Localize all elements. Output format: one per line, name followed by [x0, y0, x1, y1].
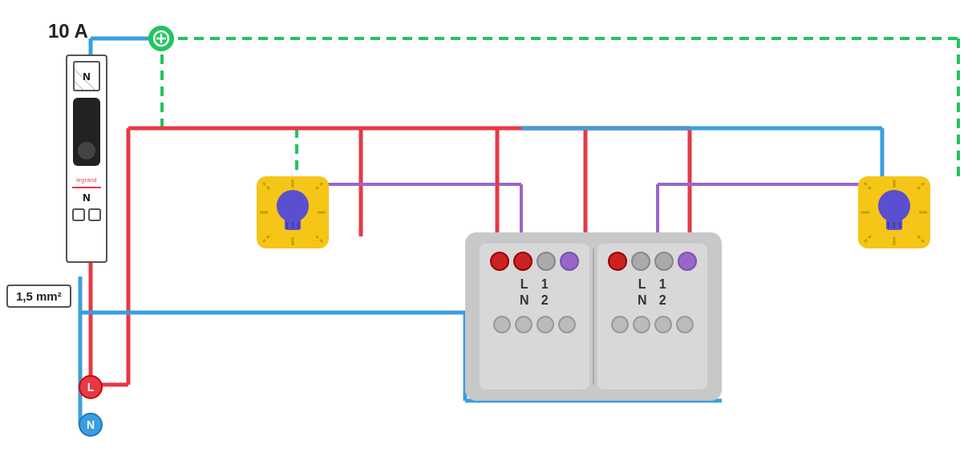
sw2-label-L: L	[638, 277, 647, 292]
ground-symbol	[148, 26, 174, 51]
sw2-label-N: N	[638, 293, 647, 308]
switch-divider	[593, 248, 594, 385]
sw1-terminal-red-2	[513, 252, 533, 271]
svg-point-43	[277, 190, 309, 222]
sw1-label-1: 1	[541, 277, 550, 292]
circuit-breaker-body: N legrand N	[66, 54, 107, 263]
sw1-label-L: L	[520, 277, 529, 292]
svg-line-37	[263, 234, 271, 242]
sw1-bottom-t2	[515, 316, 533, 333]
breaker-n-top: N	[83, 71, 90, 83]
sw1-bottom-t4	[558, 316, 576, 333]
sw2-terminal-red-1	[608, 252, 627, 271]
sw2-label-2: 2	[658, 293, 668, 308]
diagram-container: 10 A N legrand N 1,5 mm²	[0, 0, 980, 456]
sw2-bottom-t3	[654, 316, 672, 333]
svg-line-38	[314, 234, 322, 242]
light-fixture-1	[257, 176, 329, 248]
sw2-label-1: 1	[658, 277, 668, 292]
sw1-bottom-t3	[537, 316, 554, 333]
switch-unit-2: L 1 N 2	[597, 244, 707, 389]
wire-size-label: 1,5 mm²	[6, 284, 71, 308]
sw2-bottom-t2	[633, 316, 650, 333]
light-fixture-2	[858, 176, 930, 248]
sw1-terminal-purple-1	[560, 252, 579, 271]
svg-line-49	[916, 183, 924, 191]
svg-line-50	[865, 234, 873, 242]
legrand-brand: legrand	[76, 177, 96, 183]
terminal-L: L	[79, 375, 103, 399]
sw2-terminal-gray-1	[631, 252, 650, 271]
sw1-terminal-red-1	[490, 252, 509, 271]
switch-box: L 1 N 2	[465, 232, 722, 401]
terminal-N: N	[79, 413, 103, 437]
sw1-label-N: N	[520, 293, 529, 308]
sw2-bottom-t4	[676, 316, 694, 333]
breaker-n-bottom: N	[67, 192, 106, 204]
sw2-terminal-gray-2	[654, 252, 674, 271]
svg-line-48	[865, 183, 873, 191]
svg-point-56	[878, 190, 910, 222]
sw2-bottom-t1	[611, 316, 629, 333]
sw1-terminal-gray-1	[537, 252, 556, 271]
breaker-rating-label: 10 A	[48, 20, 88, 42]
sw1-label-2: 2	[541, 293, 550, 308]
sw1-bottom-t1	[493, 316, 511, 333]
svg-line-51	[916, 234, 924, 242]
switch-unit-1: L 1 N 2	[480, 244, 589, 389]
sw2-terminal-purple-1	[678, 252, 697, 271]
svg-line-36	[314, 183, 322, 191]
svg-line-35	[263, 183, 271, 191]
